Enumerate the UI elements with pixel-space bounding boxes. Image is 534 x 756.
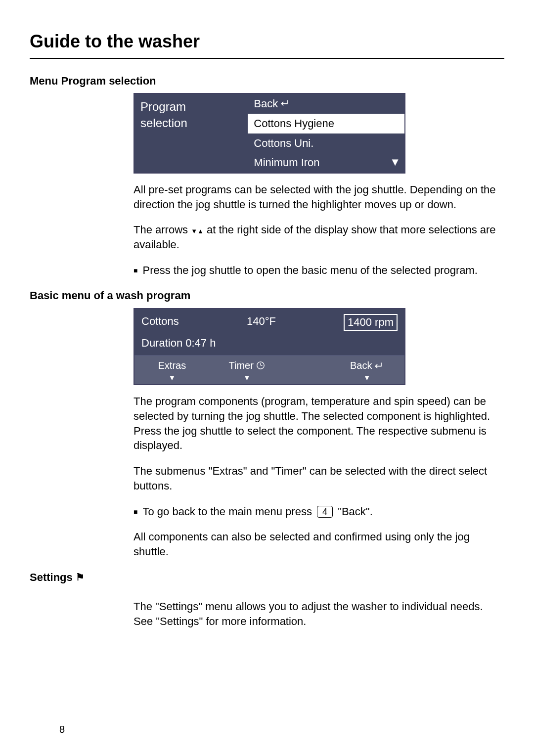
label: Timer	[229, 360, 254, 371]
bm-back-button: Back ▼	[329, 356, 404, 385]
flag-icon: ⚑	[76, 571, 85, 584]
down-triangle-icon: ▼	[210, 373, 285, 383]
bm-extras-button: Extras ▼	[134, 356, 210, 385]
settings-heading: Settings ⚑	[30, 570, 504, 585]
ps-title-line2: selection	[140, 115, 242, 131]
bm-spin-speed: 1400 rpm	[344, 314, 398, 331]
clock-icon	[256, 361, 265, 370]
menu-program-selection-heading: Menu Program selection	[30, 74, 504, 89]
return-arrow-icon	[374, 361, 384, 370]
text: The arrows	[134, 223, 191, 236]
ps-back-row: Back	[248, 94, 404, 114]
bullet-text: Press the jog shuttle to open the basic …	[142, 263, 478, 278]
down-triangle-icon: ▼	[134, 373, 210, 383]
label: Back	[350, 359, 372, 372]
basic-menu-display: Cottons 140°F 1400 rpm Duration 0:47 h E…	[134, 308, 405, 385]
basic-menu-heading: Basic menu of a wash program	[30, 288, 504, 303]
bullet-text: To go back to the main menu press 4 "Bac…	[142, 504, 372, 519]
ps-item: Cottons Uni.	[248, 133, 404, 153]
bm-spacer	[284, 356, 329, 385]
ps-back-label: Back	[254, 96, 278, 111]
page-number: 8	[59, 723, 65, 736]
text: To go back to the main menu press	[142, 505, 315, 518]
down-triangle-icon: ▼	[329, 373, 404, 383]
body-paragraph: All components can also be selected and …	[134, 530, 504, 559]
ps-item: Minimum Iron	[248, 153, 404, 173]
label: Settings	[30, 570, 73, 585]
square-bullet-icon: ■	[134, 507, 137, 517]
down-triangle-icon: ▼	[191, 227, 197, 235]
page-title: Guide to the washer	[30, 30, 504, 59]
label: Extras	[158, 360, 186, 371]
body-paragraph: The "Settings" menu allows you to adjust…	[134, 599, 504, 628]
square-bullet-icon: ■	[134, 266, 137, 275]
bm-duration: Duration 0:47 h	[134, 334, 404, 356]
body-paragraph: The submenus "Extras" and "Timer" can be…	[134, 464, 504, 493]
text: "Back".	[335, 505, 373, 518]
program-selection-display: Program selection Back Cottons Hygiene C…	[134, 93, 405, 174]
bm-timer-button: Timer ▼	[210, 356, 285, 385]
bullet-item: ■ To go back to the main menu press 4 "B…	[134, 504, 504, 519]
scroll-down-icon: ▼	[390, 155, 400, 170]
body-paragraph: The program components (program, tempera…	[134, 394, 504, 453]
ps-item-selected: Cottons Hygiene	[248, 114, 404, 133]
return-arrow-icon	[280, 96, 290, 111]
body-paragraph: All pre-set programs can be selected wit…	[134, 182, 504, 212]
body-paragraph-arrows: The arrows ▼▲ at the right side of the d…	[134, 222, 504, 252]
bm-program: Cottons	[141, 314, 179, 331]
bullet-item: ■ Press the jog shuttle to open the basi…	[134, 263, 504, 278]
ps-title-line1: Program	[140, 99, 242, 115]
bm-temperature: 140°F	[247, 314, 276, 331]
up-triangle-icon: ▲	[197, 227, 204, 235]
button-key-4: 4	[317, 506, 333, 518]
